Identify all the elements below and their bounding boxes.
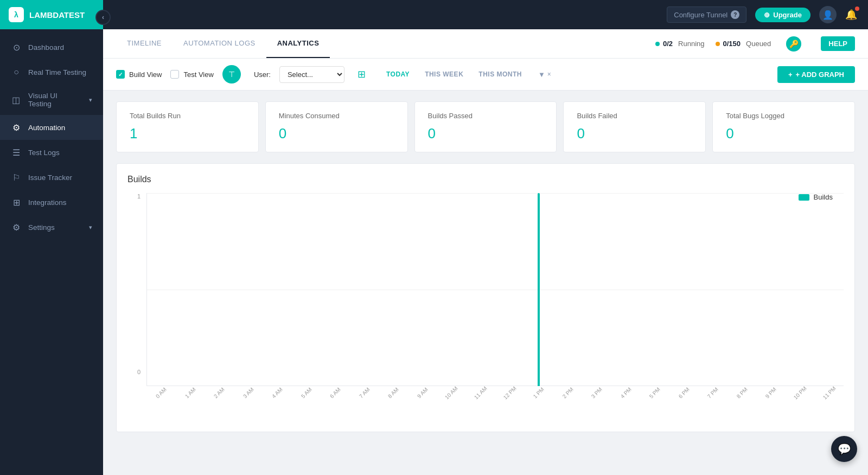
chevron-icon: ▾ — [89, 224, 92, 231]
integrations-icon: ⊞ — [11, 197, 22, 208]
bar-slot-16 — [611, 193, 641, 386]
chart-area: 0 AM1 AM2 AM3 AM4 AM5 AM6 AM7 AM8 AM9 AM… — [146, 193, 844, 399]
sidebar-item-label-integrations: Integrations — [28, 198, 67, 207]
sidebar-nav: ⊙ Dashboard ○ Real Time Testing ◫ Visual… — [0, 35, 103, 475]
stat-value-total-builds: 1 — [130, 125, 245, 142]
stat-value-minutes-consumed: 0 — [279, 125, 394, 142]
user-avatar[interactable]: 👤 — [819, 6, 837, 23]
bar-slot-11 — [466, 193, 495, 386]
bar-slot-18 — [669, 193, 699, 386]
stat-value-builds-passed: 0 — [428, 125, 544, 142]
bar-slot-21 — [756, 193, 786, 386]
bar-slot-6 — [321, 193, 350, 386]
upgrade-label: Upgrade — [773, 11, 802, 19]
upgrade-icon: ⊕ — [764, 11, 770, 19]
sliders-icon[interactable]: ⊞ — [358, 68, 366, 80]
sidebar-item-dashboard[interactable]: ⊙ Dashboard — [0, 35, 103, 60]
build-view-label: Build View — [129, 70, 162, 79]
time-filter-this-week[interactable]: THIS WEEK — [417, 67, 471, 81]
chevron-icon: ▾ — [89, 97, 92, 104]
bar-slot-1 — [176, 193, 205, 386]
visual-ui-testing-icon: ◫ — [11, 94, 22, 105]
subnav-tab-timeline[interactable]: TIMELINE — [116, 29, 173, 58]
test-logs-icon: ☰ — [11, 147, 22, 158]
clear-filter-button[interactable]: ▼ × — [538, 70, 551, 79]
bar-slot-19 — [698, 193, 727, 386]
bar-slot-7 — [350, 193, 379, 386]
running-count: 0/2 — [663, 40, 673, 48]
y-axis: 1 0 — [127, 193, 144, 388]
issue-tracker-icon: ⚐ — [11, 172, 22, 183]
notification-badge — [855, 7, 859, 11]
bar-slot-0 — [146, 193, 176, 386]
subnav-tab-analytics[interactable]: ANALYTICS — [266, 29, 330, 58]
help-button[interactable]: HELP — [821, 36, 855, 51]
queued-label: Queued — [746, 40, 771, 48]
key-icon[interactable]: 🔑 — [786, 36, 801, 52]
running-status: 0/2 Running — [655, 40, 705, 48]
running-label: Running — [678, 40, 704, 48]
bar-slot-4 — [263, 193, 292, 386]
bar-slot-10 — [437, 193, 466, 386]
sidebar-item-settings[interactable]: ⚙ Settings ▾ — [0, 215, 103, 240]
sidebar-item-visual-ui-testing[interactable]: ◫ Visual UI Testing ▾ — [0, 85, 103, 115]
time-filter-this-month[interactable]: THIS MONTH — [471, 67, 529, 81]
stat-card-builds-passed: Builds Passed 0 — [414, 101, 557, 152]
filter-button[interactable]: ⊤ — [222, 65, 241, 84]
subnav: TIMELINEAUTOMATION LOGSANALYTICS 0/2 Run… — [103, 29, 868, 59]
x-axis: 0 AM1 AM2 AM3 AM4 AM5 AM6 AM7 AM8 AM9 AM… — [146, 386, 844, 399]
queued-status: 0/150 Queued — [716, 40, 771, 48]
subnav-status: 0/2 Running 0/150 Queued 🔑 HELP — [655, 36, 855, 52]
stats-cards: Total Builds Run 1 Minutes Consumed 0 Bu… — [116, 101, 855, 152]
bar-slot-8 — [379, 193, 408, 386]
sidebar-item-test-logs[interactable]: ☰ Test Logs — [0, 140, 103, 165]
dashboard-icon: ⊙ — [11, 42, 22, 53]
test-view-toggle[interactable]: Test View — [170, 70, 213, 79]
chat-bubble[interactable]: 💬 — [831, 436, 857, 462]
time-filter-today[interactable]: TODAY — [379, 67, 417, 81]
sidebar-item-issue-tracker[interactable]: ⚐ Issue Tracker — [0, 165, 103, 190]
add-graph-icon: + — [788, 70, 793, 79]
sidebar-item-integrations[interactable]: ⊞ Integrations — [0, 190, 103, 215]
content-area: TIMELINEAUTOMATION LOGSANALYTICS 0/2 Run… — [103, 29, 868, 475]
bar-slot-20 — [727, 193, 757, 386]
sidebar-collapse-button[interactable]: ‹ — [95, 10, 111, 25]
chat-icon: 💬 — [838, 442, 851, 455]
bar-slot-12 — [495, 193, 525, 386]
stat-label-builds-failed: Builds Failed — [577, 112, 692, 120]
sidebar-item-label-test-logs: Test Logs — [28, 149, 60, 157]
upgrade-button[interactable]: ⊕ Upgrade — [755, 8, 810, 22]
sidebar-item-label-settings: Settings — [28, 223, 55, 232]
user-select[interactable]: Select... — [279, 66, 344, 83]
running-dot — [655, 42, 660, 46]
time-filters: TODAYTHIS WEEKTHIS MONTH — [379, 67, 529, 81]
sidebar-item-label-visual-ui-testing: Visual UI Testing — [28, 92, 82, 108]
configure-tunnel-button[interactable]: Configure Tunnel ? — [667, 7, 746, 23]
test-view-checkbox[interactable] — [170, 70, 179, 79]
sidebar: λ LAMBDATEST ‹ ⊙ Dashboard ○ Real Time T… — [0, 0, 103, 475]
queued-count: 0/150 — [723, 40, 741, 48]
topbar: Configure Tunnel ? ⊕ Upgrade 👤 🔔 — [103, 0, 868, 29]
stat-card-total-builds: Total Builds Run 1 — [116, 101, 259, 152]
notification-bell[interactable]: 🔔 — [845, 9, 857, 21]
help-icon: ? — [731, 10, 739, 19]
avatar-icon: 👤 — [822, 10, 833, 20]
filter-clear-x: × — [547, 70, 551, 78]
add-graph-button[interactable]: + + ADD GRAPH — [777, 66, 855, 83]
stat-card-builds-failed: Builds Failed 0 — [563, 101, 706, 152]
sidebar-item-real-time-testing[interactable]: ○ Real Time Testing — [0, 60, 103, 85]
chart-title: Builds — [127, 175, 844, 184]
subnav-tabs: TIMELINEAUTOMATION LOGSANALYTICS — [116, 29, 330, 58]
logo: λ LAMBDATEST ‹ — [0, 0, 103, 29]
bar-slot-22 — [786, 193, 815, 386]
queued-dot — [716, 42, 720, 46]
sidebar-item-label-dashboard: Dashboard — [28, 43, 64, 52]
sidebar-item-automation[interactable]: ⚙ Automation — [0, 115, 103, 140]
stat-label-builds-passed: Builds Passed — [428, 112, 544, 120]
sidebar-item-label-real-time-testing: Real Time Testing — [28, 68, 86, 76]
build-view-checkbox[interactable]: ✓ — [116, 70, 125, 79]
filter-icon: ⊤ — [228, 70, 235, 79]
subnav-tab-automation-logs[interactable]: AUTOMATION LOGS — [173, 29, 266, 58]
chart-container: Builds 1 0 0 AM1 AM2 AM3 AM4 AM5 AM6 AM7… — [127, 193, 844, 421]
build-view-toggle[interactable]: ✓ Build View — [116, 70, 162, 79]
